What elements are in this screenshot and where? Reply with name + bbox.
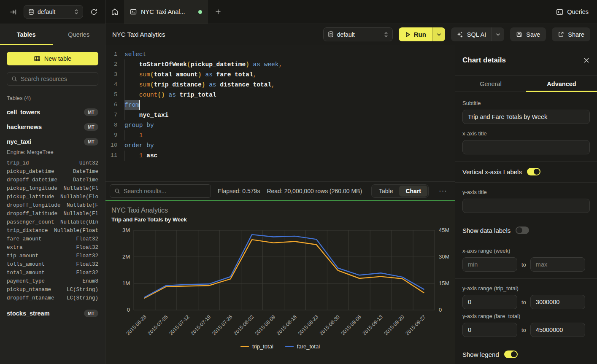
svg-text:2015-06-28: 2015-06-28 [125,314,148,337]
column-type: LC(String) [67,286,98,294]
code-token: fare_total [216,70,253,80]
divider [455,344,597,344]
x-range-min-input[interactable] [462,257,517,272]
line-number: 5 [105,90,117,100]
code-line: 10order by [105,140,455,151]
column-type: Nullable(F [67,201,98,210]
column-name: fare_amount [7,235,42,243]
sidebar: Tables Queries New table Tables (4) cell… [0,24,105,364]
vertical-x-axis-labels-toggle[interactable] [527,168,540,175]
save-button-label: Save [526,31,540,38]
column-row: total_amountFloat32 [7,269,98,277]
column-name: dropoff_longitude [7,201,61,210]
legend-item-fare_total[interactable]: fare_total [285,343,320,350]
column-row: extraFloat32 [7,243,98,252]
queries-button[interactable]: Queries [556,0,589,24]
chart-details-panel: Chart details General Advanced Subtitle [455,45,597,364]
svg-text:2015-07-26: 2015-07-26 [211,314,234,337]
code-token: as [205,70,212,80]
y-range-fare-min-input[interactable] [462,323,517,337]
code-token: group by [124,120,154,130]
line-chart[interactable]: 001M15M2M30M3M45M2015-06-282015-07-05201… [111,225,449,342]
collapse-sidebar-button[interactable] [7,5,19,18]
show-legend-toggle[interactable] [504,351,518,358]
sql-editor[interactable]: 1select2 toStartOfWeek(pickup_datetime) … [105,45,455,181]
column-name: extra [7,243,23,252]
sql-ai-options-button[interactable] [492,27,504,41]
code-token: toStartOfWeek [139,59,187,70]
table-item-cell_towers[interactable]: cell_towersMT [7,108,98,116]
code-token: , [253,70,257,80]
save-button[interactable]: Save [510,27,546,41]
tab-nyc-taxi-analytics[interactable]: NYC Taxi Anal... [124,0,208,24]
topbar: default NYC Taxi Anal... Queries [0,0,597,24]
sidebar-tab-tables[interactable]: Tables [0,24,53,45]
view-toggle-table[interactable]: Table [373,186,399,197]
sidebar-search-input[interactable] [21,75,94,82]
queries-terminal-icon [556,8,563,16]
home-button[interactable] [105,0,124,24]
sidebar-search[interactable] [7,72,98,86]
view-toggle-chart[interactable]: Chart [399,186,427,197]
run-options-button[interactable] [432,27,445,41]
y-range-trip-max-input[interactable] [530,295,585,309]
new-tab-button[interactable] [208,0,228,24]
x-axis-title-input[interactable] [462,140,590,154]
svg-text:0: 0 [439,307,442,313]
unsaved-changes-dot [198,10,202,14]
show-data-labels-toggle[interactable] [516,226,529,234]
column-row: dropoff_datetimeDateTime [7,176,98,184]
results-search-input[interactable] [124,188,206,194]
close-icon [583,57,590,64]
sql-ai-button[interactable]: SQL AI [451,27,492,41]
code-line: 9 1 [105,130,455,140]
y-range-trip-min-input[interactable] [462,295,517,309]
column-row: payment_typeEnum8 [7,277,98,286]
x-range-max-input[interactable] [530,257,585,272]
share-button-label: Share [568,31,584,38]
run-split-button: Run [399,27,445,41]
legend-label: trip_total [252,343,273,350]
subtitle-label: Subtitle [462,100,590,106]
chevron-down-icon [496,33,500,36]
table-item-hackernews[interactable]: hackernewsMT [7,123,98,131]
code-line: 4 sum(trip_distance) as distance_total, [105,80,455,90]
legend-item-trip_total[interactable]: trip_total [240,343,273,350]
panel-tab-general[interactable]: General [455,76,526,92]
plus-icon [215,8,222,15]
new-table-button[interactable]: New table [7,52,98,65]
query-toolbar: NYC Taxi Analytics default Run [105,24,597,45]
show-legend-label: Show legend [462,351,499,358]
panel-tab-advanced[interactable]: Advanced [526,76,597,92]
column-row: dropoff_longitudeNullable(F [7,201,98,210]
code-token [216,80,220,90]
code-token [124,70,139,80]
y-range-fare-max-input[interactable] [530,323,585,337]
y-axis-title-input[interactable] [462,199,590,213]
results-search[interactable] [110,184,211,198]
close-panel-button[interactable] [583,57,590,64]
run-button[interactable]: Run [399,27,432,41]
column-row: pickup_datetimeDateTime [7,167,98,176]
column-name: dropoff_datetime [7,176,57,184]
code-token: as [253,59,260,70]
sidebar-tab-queries[interactable]: Queries [53,24,105,45]
database-selector-top[interactable]: default [24,5,83,19]
table-item-nyc_taxi[interactable]: nyc_taxiMT [7,138,98,146]
collapse-sidebar-icon [10,8,17,16]
code-token: as [168,90,176,100]
table-name: stocks_stream [7,310,50,317]
svg-text:2015-09-06: 2015-09-06 [340,314,363,337]
svg-text:45M: 45M [439,227,449,233]
subtitle-input[interactable] [462,110,590,124]
toggle-knob [511,351,517,357]
table-item-stocks_stream[interactable]: stocks_streamMT [7,310,98,317]
code-line: 8group by [105,120,455,130]
refresh-button[interactable] [87,5,100,18]
column-type: Nullable(UIn [60,218,98,226]
share-button[interactable]: Share [552,27,590,41]
database-selector-main[interactable]: default [323,27,393,41]
results-more-button[interactable]: ··· [435,187,451,195]
code-token: ( [187,59,191,70]
code-token: from [124,100,140,110]
